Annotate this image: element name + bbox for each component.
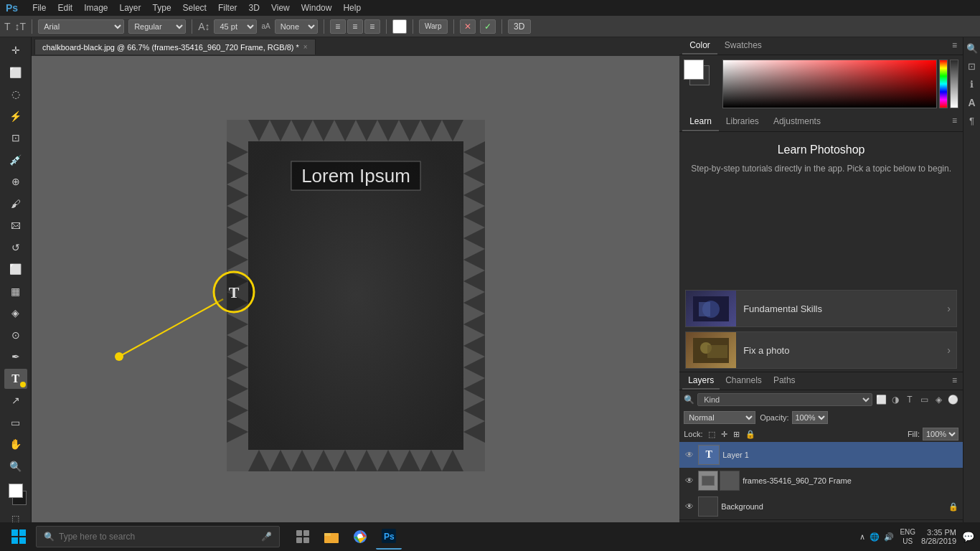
search-panels-icon[interactable]: 🔍 [966, 43, 978, 54]
align-center-button[interactable]: ≡ [347, 19, 363, 34]
fit-screen-icon[interactable]: ⊡ [968, 61, 976, 72]
menu-edit[interactable]: Edit [57, 3, 72, 13]
menu-image[interactable]: Image [84, 3, 108, 13]
healing-tool[interactable]: ⊕ [4, 171, 27, 192]
menu-window[interactable]: Window [301, 3, 332, 13]
type-panel-icon[interactable]: A [968, 97, 975, 108]
eraser-tool[interactable]: ⬜ [4, 259, 27, 280]
layers-panel-menu-icon[interactable]: ≡ [949, 372, 960, 390]
menu-filter[interactable]: Filter [218, 3, 237, 13]
clone-tool[interactable]: 🖂 [4, 215, 27, 236]
anti-alias-select[interactable]: None [275, 19, 318, 34]
menu-help[interactable]: Help [343, 3, 361, 13]
adjustments-tab[interactable]: Adjustments [766, 113, 828, 131]
canvas-content[interactable]: Lorem Ipsum T [32, 56, 679, 535]
task-view-button[interactable] [290, 524, 316, 550]
quick-select-tool[interactable]: ⚡ [4, 106, 27, 127]
menu-select[interactable]: Select [183, 3, 207, 13]
layer-2-visibility-icon[interactable]: 👁 [684, 476, 695, 486]
voice-search-icon[interactable]: 🎤 [261, 532, 272, 542]
layer-item-3[interactable]: 👁 Background 🔒 [679, 494, 963, 519]
notification-icon[interactable]: 💬 [962, 531, 974, 542]
move-tool[interactable]: ✛ [4, 40, 27, 61]
eyedropper-tool[interactable]: 💉 [4, 150, 27, 171]
paragraph-icon[interactable]: ¶ [969, 116, 974, 126]
opacity-select[interactable]: 100% [792, 411, 828, 424]
close-tab-button[interactable]: × [303, 43, 308, 51]
layer-item-2[interactable]: 👁 frames-35416_960_720 Frame [679, 468, 963, 494]
font-family-select[interactable]: Arial [38, 19, 124, 34]
volume-icon[interactable]: 🔊 [884, 532, 894, 542]
learn-tab[interactable]: Learn [682, 113, 719, 131]
network-icon[interactable]: 🌐 [870, 532, 880, 542]
layer-item-1[interactable]: 👁 T Layer 1 [679, 442, 963, 468]
layers-pixel-icon[interactable]: ⬜ [875, 395, 887, 405]
fill-select[interactable]: 100% [923, 428, 958, 441]
start-button[interactable] [6, 524, 32, 550]
align-left-button[interactable]: ≡ [330, 19, 346, 34]
photoshop-button[interactable]: Ps [376, 524, 402, 550]
layers-type-icon[interactable]: T [904, 395, 915, 405]
tutorial-card-fixphoto[interactable]: Fix a photo › [685, 331, 957, 369]
layers-smart-icon[interactable]: ◈ [933, 395, 944, 405]
paths-tab[interactable]: Paths [768, 372, 801, 390]
warp-text-button[interactable]: Warp [419, 19, 448, 34]
layers-tab[interactable]: Layers [682, 372, 720, 390]
menu-layer[interactable]: Layer [120, 3, 141, 13]
color-tab[interactable]: Color [682, 37, 717, 55]
cancel-button[interactable]: ✕ [460, 19, 476, 34]
font-size-select[interactable]: 45 pt [214, 19, 257, 34]
info-icon[interactable]: ℹ [970, 79, 974, 90]
color-gradient-picker[interactable] [722, 60, 937, 108]
commit-button[interactable]: ✓ [480, 19, 496, 34]
layers-shape-icon[interactable]: ▭ [918, 395, 930, 405]
blur-tool[interactable]: ◈ [4, 303, 27, 324]
type-tool[interactable]: T [4, 369, 27, 390]
layer-3-visibility-icon[interactable]: 👁 [684, 501, 695, 512]
history-brush-tool[interactable]: ↺ [4, 237, 27, 258]
shape-tool[interactable]: ▭ [4, 413, 27, 433]
rectangle-select-tool[interactable]: ⬜ [4, 62, 27, 83]
crop-tool[interactable]: ⊡ [4, 128, 27, 149]
brush-tool[interactable]: 🖌 [4, 194, 27, 215]
chrome-button[interactable] [347, 524, 373, 550]
lock-artboard-icon[interactable]: ⊞ [733, 430, 740, 439]
layers-kind-select[interactable]: Kind [697, 393, 872, 406]
3d-button[interactable]: 3D [508, 19, 531, 34]
hue-slider[interactable] [939, 60, 948, 108]
font-style-select[interactable]: Regular [128, 19, 186, 34]
lock-pixel-icon[interactable]: ⬚ [708, 430, 715, 439]
foreground-color[interactable] [9, 484, 23, 498]
color-panel-menu-icon[interactable]: ≡ [949, 37, 960, 55]
document-tab[interactable]: chalkboard-black.jpg @ 66.7% (frames-354… [34, 39, 316, 55]
menu-file[interactable]: File [32, 3, 46, 13]
opacity-slider[interactable] [950, 60, 958, 108]
learn-panel-menu-icon[interactable]: ≡ [949, 113, 960, 131]
swatches-tab[interactable]: Swatches [717, 37, 769, 55]
blend-mode-select[interactable]: Normal [684, 411, 755, 424]
menu-view[interactable]: View [271, 3, 290, 13]
foreground-color-swatch[interactable] [684, 60, 704, 80]
lock-position-icon[interactable]: ✛ [721, 430, 727, 439]
align-right-button[interactable]: ≡ [364, 19, 380, 34]
channels-tab[interactable]: Channels [720, 372, 768, 390]
zoom-hand-tool[interactable]: ✋ [4, 434, 27, 455]
text-color-swatch[interactable] [392, 19, 407, 34]
file-explorer-button[interactable] [319, 524, 344, 550]
gradient-tool[interactable]: ▦ [4, 281, 27, 302]
menu-3d[interactable]: 3D [249, 3, 260, 13]
tray-expand-icon[interactable]: ∧ [859, 532, 865, 542]
libraries-tab[interactable]: Libraries [719, 113, 766, 131]
layers-adjust-icon[interactable]: ◑ [890, 395, 901, 405]
taskbar-search-box[interactable]: 🔍 🎤 [36, 526, 280, 547]
layers-toggle-icon[interactable]: ⚪ [947, 395, 958, 405]
pen-tool[interactable]: ✒ [4, 347, 27, 367]
taskbar-search-input[interactable] [59, 532, 257, 542]
dodge-tool[interactable]: ⊙ [4, 325, 27, 346]
tutorial-card-fundamental[interactable]: Fundamental Skills › [685, 290, 957, 327]
menu-type[interactable]: Type [153, 3, 171, 13]
lock-all-icon[interactable]: 🔒 [745, 430, 755, 439]
lasso-tool[interactable]: ◌ [4, 84, 27, 105]
layer-1-visibility-icon[interactable]: 👁 [684, 450, 695, 460]
path-selection-tool[interactable]: ↗ [4, 390, 27, 411]
